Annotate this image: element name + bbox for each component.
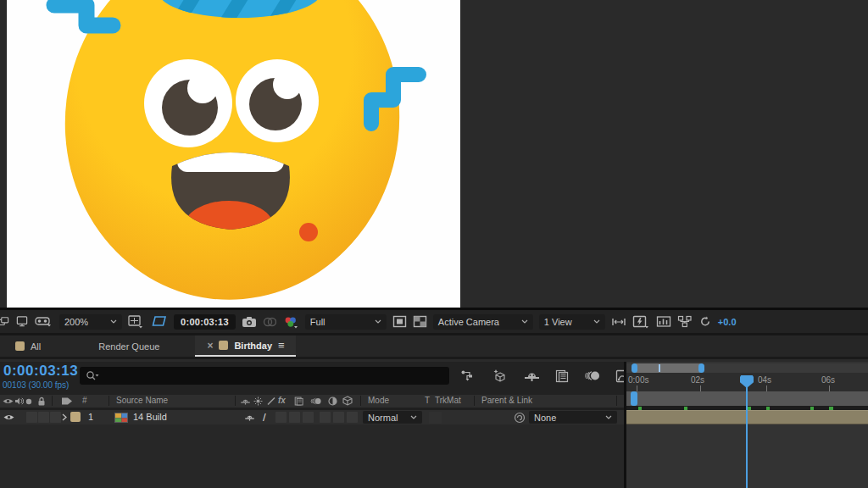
- audio-toggle-cell[interactable]: [26, 412, 37, 423]
- 3d-toggle-cell[interactable]: [333, 412, 344, 423]
- transparency-grid-icon[interactable]: [413, 315, 427, 328]
- column-parent-link: Parent & Link: [481, 396, 532, 405]
- always-preview-icon[interactable]: [0, 316, 9, 328]
- monitor-icon[interactable]: [15, 315, 29, 328]
- solo-toggle-cell[interactable]: [38, 412, 49, 423]
- column-divider: [235, 396, 236, 406]
- tab-birthday[interactable]: × Birthday ≡: [195, 336, 295, 357]
- chevron-down-icon: [410, 415, 417, 419]
- adjustment-toggle-cell[interactable]: [320, 412, 331, 423]
- fast-previews-icon[interactable]: [632, 315, 650, 329]
- draft-3d-icon[interactable]: [492, 369, 509, 383]
- timeline-left-empty: [0, 424, 624, 488]
- composition-canvas[interactable]: [7, 0, 460, 308]
- layer-expander-icon[interactable]: [62, 413, 67, 421]
- motion-blur-toggle-cell[interactable]: [303, 412, 314, 423]
- view-layout-dropdown[interactable]: 1 View: [539, 314, 605, 330]
- resolution-value: Full: [310, 317, 326, 327]
- tab-render-queue-label: Render Queue: [98, 341, 159, 352]
- ruler-label: 04s: [758, 375, 771, 385]
- column-mode: Mode: [368, 396, 389, 405]
- quality-toggle[interactable]: /: [263, 411, 266, 424]
- frame-info: 00103 (30.00 fps): [3, 380, 69, 390]
- cube-3d-icon: [342, 396, 353, 407]
- frame-blend-icon[interactable]: [555, 369, 570, 383]
- motion-blur-icon: [310, 396, 322, 406]
- frame-blend-icon: [294, 396, 304, 406]
- roi-icon[interactable]: [392, 315, 407, 328]
- eye-icon: [3, 397, 14, 405]
- frame-blend-toggle-cell[interactable]: [289, 412, 300, 423]
- timeline-toggle-icons: [460, 369, 632, 383]
- timeline-track-area: 0:00s 02s 04s 06s: [624, 362, 868, 488]
- view-layout-value: 1 View: [544, 317, 572, 327]
- layer-label-swatch[interactable]: [70, 412, 81, 422]
- mini-flowchart-icon[interactable]: [460, 369, 477, 383]
- shy-icon: [240, 396, 251, 406]
- timeline-panel: 0:00:03:13 00103 (30.00 fps): [0, 362, 868, 488]
- resolution-dropdown[interactable]: Full: [305, 314, 387, 330]
- snapshot-icon[interactable]: [242, 316, 257, 328]
- reset-exposure-icon[interactable]: [698, 315, 712, 328]
- shy-toggle-icon[interactable]: [244, 413, 255, 422]
- fx-toggle-cell[interactable]: [275, 412, 287, 423]
- trkmat-cell[interactable]: [429, 412, 442, 424]
- motion-blur-icon[interactable]: [584, 369, 601, 382]
- ruler-tick: [829, 385, 830, 391]
- work-area-start-bracket[interactable]: [631, 391, 637, 406]
- search-input[interactable]: [103, 370, 443, 382]
- navigator-end-handle[interactable]: [698, 363, 704, 373]
- collapse-icon: [253, 396, 263, 406]
- timeline-graph-icon[interactable]: [656, 315, 671, 328]
- toolbar-timecode[interactable]: 0:00:03:13: [174, 314, 236, 330]
- panel-tab-bar: All Render Queue × Birthday ≡: [0, 336, 868, 359]
- ruler-tick: [637, 385, 637, 391]
- flowchart-icon[interactable]: [677, 315, 693, 328]
- show-snapshot-icon[interactable]: [263, 316, 276, 328]
- panel-menu-icon[interactable]: ≡: [278, 339, 284, 352]
- magnification-value: 200%: [64, 317, 88, 327]
- exposure-value[interactable]: +0.0: [718, 317, 737, 327]
- navigator-playhead-tick: [659, 364, 660, 372]
- fx-icon: fx: [278, 396, 286, 405]
- comp-thumbnail-icon: [114, 413, 128, 423]
- column-header-row: # Source Name fx Mode T TrkMat Parent & …: [0, 395, 624, 408]
- mask-visibility-icon[interactable]: [151, 315, 168, 328]
- column-divider: [52, 396, 53, 406]
- vr-goggles-icon[interactable]: [35, 316, 53, 328]
- time-navigator[interactable]: [626, 363, 868, 373]
- navigator-start-handle[interactable]: [632, 363, 637, 373]
- lock-toggle-cell[interactable]: [50, 412, 61, 423]
- navigator-thumb[interactable]: [632, 363, 704, 373]
- layer-name[interactable]: 14 Build: [133, 412, 167, 422]
- layer-visibility-eye-icon[interactable]: [3, 413, 14, 421]
- close-icon[interactable]: ×: [207, 340, 213, 352]
- timeline-search-box[interactable]: [80, 367, 449, 385]
- timeline-left: 0:00:03:13 00103 (30.00 fps): [0, 362, 624, 488]
- tab-all[interactable]: All: [3, 336, 53, 357]
- blend-mode-dropdown[interactable]: Normal: [363, 411, 422, 424]
- pixel-aspect-icon[interactable]: [611, 316, 626, 328]
- current-time-display[interactable]: 0:00:03:13: [3, 363, 78, 380]
- layer-row[interactable]: 1 14 Build / Normal None: [0, 410, 624, 424]
- chevron-down-icon: [521, 319, 528, 324]
- column-trkmat: TrkMat: [435, 396, 461, 405]
- channels-icon[interactable]: [282, 315, 299, 329]
- switch-cell[interactable]: [347, 412, 358, 423]
- chevron-down-icon: [110, 319, 117, 324]
- hide-shy-icon[interactable]: [523, 369, 541, 382]
- label-icon: [61, 396, 73, 406]
- cheek-dot: [299, 223, 318, 241]
- column-divider: [360, 396, 361, 406]
- parent-link-dropdown[interactable]: None: [529, 411, 617, 424]
- magnification-dropdown[interactable]: 200%: [59, 314, 122, 330]
- ruler-tick: [700, 385, 701, 391]
- grid-options-icon[interactable]: [128, 315, 145, 329]
- chevron-down-icon: [605, 415, 612, 419]
- tab-all-label: All: [31, 341, 41, 352]
- comp-color-swatch: [15, 341, 25, 351]
- pickwhip-icon[interactable]: [514, 412, 526, 424]
- tab-render-queue[interactable]: Render Queue: [86, 336, 171, 357]
- composition-viewer: [0, 0, 868, 308]
- camera-view-dropdown[interactable]: Active Camera: [433, 314, 533, 330]
